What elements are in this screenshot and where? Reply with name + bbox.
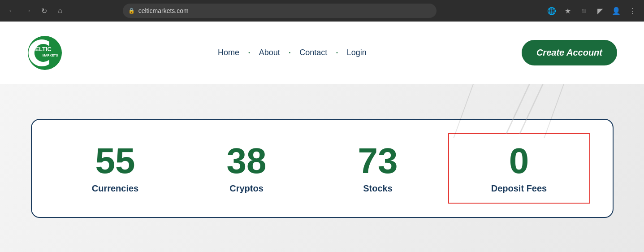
lock-icon: 🔒 xyxy=(128,8,135,14)
hero-section: 55 Currencies 38 Cryptos 73 Stocks 0 Dep… xyxy=(0,84,644,252)
logo-link[interactable]: CELTIC MARKETS xyxy=(27,35,63,71)
extensions-icon[interactable]: ◾ xyxy=(578,4,590,17)
nav-links: Home • About • Contact • Login xyxy=(218,48,367,57)
stat-number-cryptos: 38 xyxy=(227,143,267,179)
home-button[interactable]: ⌂ xyxy=(54,4,66,17)
stat-label-currencies: Currencies xyxy=(92,183,139,194)
stat-currencies: 55 Currencies xyxy=(59,143,172,194)
browser-actions: 🌐 ★ ◾ ◤ 👤 ⋮ xyxy=(545,4,639,17)
nav-link-home[interactable]: Home xyxy=(218,48,239,57)
stat-deposit-fees: 0 Deposit Fees xyxy=(448,133,590,204)
svg-text:MARKETS: MARKETS xyxy=(43,54,58,57)
stat-number-currencies: 55 xyxy=(95,143,135,179)
nav-item-home[interactable]: Home xyxy=(218,48,239,57)
nav-link-login[interactable]: Login xyxy=(347,48,367,57)
stats-card: 55 Currencies 38 Cryptos 73 Stocks 0 Dep… xyxy=(31,119,614,218)
nav-separator-3: • xyxy=(336,50,338,55)
nav-item-contact[interactable]: Contact xyxy=(299,48,327,57)
stat-stocks: 73 Stocks xyxy=(321,143,435,194)
nav-item-about[interactable]: About xyxy=(259,48,280,57)
stat-label-cryptos: Cryptos xyxy=(229,183,264,194)
reload-button[interactable]: ↻ xyxy=(38,4,50,17)
deco-line-1 xyxy=(506,84,530,134)
nav-link-about[interactable]: About xyxy=(259,48,280,57)
svg-text:CELTIC: CELTIC xyxy=(31,46,52,52)
deco-line-2 xyxy=(519,84,543,134)
navbar: CELTIC MARKETS Home • About • Contact • … xyxy=(0,22,644,84)
create-account-button[interactable]: Create Account xyxy=(522,40,617,65)
bookmark-icon[interactable]: ★ xyxy=(562,4,574,17)
nav-link-contact[interactable]: Contact xyxy=(299,48,327,57)
stat-number-stocks: 73 xyxy=(358,143,398,179)
translate-icon[interactable]: 🌐 xyxy=(545,4,558,17)
address-bar[interactable]: 🔒 celticmarkets.com xyxy=(123,4,437,18)
forward-button[interactable]: → xyxy=(22,4,34,17)
nav-separator-1: • xyxy=(248,50,250,55)
stat-number-deposit-fees: 0 xyxy=(509,143,529,179)
stat-label-stocks: Stocks xyxy=(363,183,393,194)
logo-icon: CELTIC MARKETS xyxy=(27,35,63,71)
sidebar-icon[interactable]: ◤ xyxy=(594,4,606,17)
nav-separator-2: • xyxy=(289,50,291,55)
profile-icon[interactable]: 👤 xyxy=(610,4,622,17)
website-content: CELTIC MARKETS Home • About • Contact • … xyxy=(0,22,644,252)
menu-icon[interactable]: ⋮ xyxy=(626,4,639,17)
stat-label-deposit-fees: Deposit Fees xyxy=(491,183,547,194)
url-text: celticmarkets.com xyxy=(138,7,189,14)
nav-item-login[interactable]: Login xyxy=(347,48,367,57)
back-button[interactable]: ← xyxy=(5,4,18,17)
browser-chrome: ← → ↻ ⌂ 🔒 celticmarkets.com 🌐 ★ ◾ ◤ 👤 ⋮ xyxy=(0,0,644,22)
stat-cryptos: 38 Cryptos xyxy=(190,143,303,194)
